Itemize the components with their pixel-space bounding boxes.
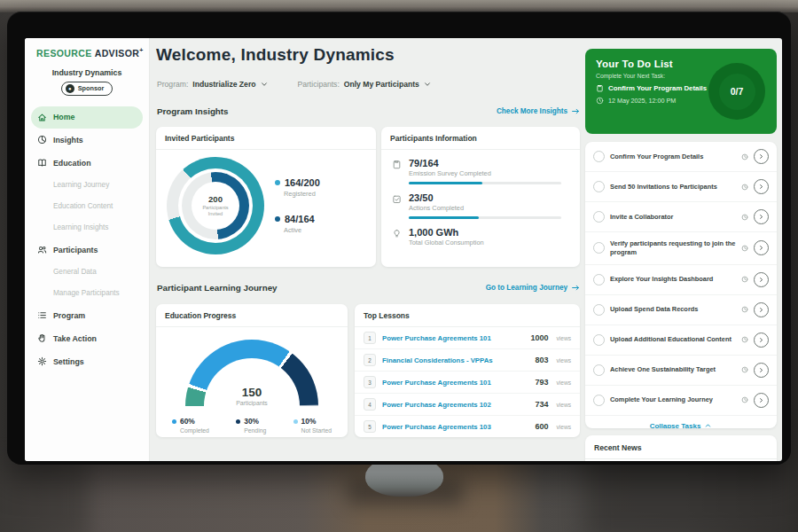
check-more-insights-link[interactable]: Check More Insights (497, 107, 580, 115)
lesson-title-link[interactable]: Power Purchase Agreements 102 (382, 401, 528, 409)
task-row: Achieve One Sustainability Target (585, 356, 777, 386)
sidebar-item-participants[interactable]: Participants (25, 239, 149, 262)
program-dropdown[interactable]: Program: Industrialize Zero (157, 80, 268, 89)
sidebar-item-general-data[interactable]: General Data (25, 262, 149, 283)
lesson-title-link[interactable]: Power Purchase Agreements 103 (382, 423, 528, 431)
todo-due-label: 12 May 2025, 12:00 PM (608, 97, 676, 105)
gauge-center-value: 150 (185, 386, 318, 399)
task-checkbox[interactable] (593, 242, 605, 254)
section-title: Participant Learning Journey (157, 283, 278, 293)
legend-dot (275, 216, 280, 222)
chevron-up-icon (704, 422, 712, 428)
task-open-button[interactable] (754, 272, 769, 287)
people-icon (37, 245, 47, 254)
task-open-button[interactable] (754, 240, 769, 255)
task-checkbox[interactable] (593, 334, 605, 346)
page-title: Welcome, Industry Dynamics (156, 45, 395, 65)
go-to-learning-journey-link[interactable]: Go to Learning Journey (486, 284, 580, 292)
task-open-button[interactable] (754, 209, 769, 224)
progress-track (409, 182, 561, 184)
sidebar-item-take-action[interactable]: Take Action (25, 327, 149, 350)
main-content: Welcome, Industry Dynamics Program: Indu… (149, 38, 585, 461)
task-open-button[interactable] (754, 149, 769, 164)
clock-icon (596, 97, 604, 105)
lesson-title-link[interactable]: Power Purchase Agreements 101 (382, 334, 524, 342)
sidebar-item-learning-journey[interactable]: Learning Journey (25, 175, 149, 196)
clock-icon (741, 336, 748, 343)
lesson-row: 5 Power Purchase Agreements 103 600 view… (355, 416, 580, 437)
legend-item-not-started: 10% Not Started (293, 417, 332, 434)
brand-logo: RESOURCE ADVISOR+ (25, 38, 149, 59)
task-label: Complete Your Learning Journey (610, 395, 736, 404)
task-checkbox[interactable] (593, 304, 605, 316)
sidebar-item-insights[interactable]: Insights (25, 129, 149, 152)
task-checkbox[interactable] (593, 211, 605, 223)
task-checkbox[interactable] (593, 364, 605, 376)
chevron-right-icon (758, 367, 764, 373)
task-open-button[interactable] (754, 332, 769, 348)
task-row: Send 50 Invitations to Participants (585, 172, 777, 202)
lesson-title-link[interactable]: Financial Considerations - VPPAs (382, 356, 528, 364)
legend-label: Registered (284, 190, 320, 198)
legend-item-pending: 30% Pending (236, 417, 266, 434)
clock-icon (741, 214, 748, 221)
top-lessons-card: Top Lessons 1 Power Purchase Agreements … (355, 304, 580, 437)
chevron-right-icon (758, 307, 764, 313)
collapse-tasks-link[interactable]: Collapse Tasks (585, 416, 777, 428)
lesson-rank: 1 (364, 332, 376, 344)
sidebar-item-manage-participants[interactable]: Manage Participants (25, 283, 149, 304)
stat-label: Emission Survey Completed (409, 169, 561, 177)
task-open-button[interactable] (754, 363, 769, 378)
task-checkbox[interactable] (593, 181, 605, 192)
task-row: Upload Spend Data Records (585, 295, 777, 325)
program-label: Program: (157, 80, 188, 89)
task-open-button[interactable] (754, 179, 769, 194)
progress-fill (409, 216, 479, 219)
lesson-title-link[interactable]: Power Purchase Agreements 101 (382, 379, 528, 387)
section-title: Program Insights (157, 106, 229, 116)
sidebar-nav: Home Insights Education Learning Journey… (25, 106, 149, 373)
brand-first: RESOURCE (36, 48, 92, 59)
sidebar-item-settings[interactable]: Settings (25, 350, 149, 373)
task-row: Explore Your Insights Dashboard (585, 265, 777, 295)
sidebar-item-education[interactable]: Education (25, 152, 149, 175)
sponsor-badge-icon: ● (66, 84, 74, 93)
pie-chart-icon (37, 135, 47, 145)
participants-information-card: Participants Information 79/164 Emission… (381, 127, 580, 267)
sidebar-item-label: Insights (53, 136, 83, 145)
donut-center-value: 200 (208, 194, 223, 204)
program-value: Industrialize Zero (192, 80, 255, 89)
chevron-right-icon (758, 337, 764, 343)
task-open-button[interactable] (754, 302, 769, 317)
chevron-right-icon (758, 184, 764, 190)
collapse-label: Collapse Tasks (650, 422, 701, 428)
stat-actions-completed: 23/50 Actions Completed (392, 192, 569, 219)
card-title: Top Lessons (355, 304, 580, 327)
task-checkbox[interactable] (593, 395, 605, 406)
gear-icon (37, 356, 47, 366)
sidebar-item-program[interactable]: Program (25, 304, 149, 327)
lesson-views-suffix: views (557, 335, 572, 341)
sidebar-item-home[interactable]: Home (31, 106, 143, 129)
lesson-views-suffix: views (557, 424, 572, 430)
task-label: Upload Additional Educational Content (610, 335, 736, 344)
clipboard-icon (596, 84, 604, 92)
education-legend: 60% Completed 30% Pending 10% Not Starte… (156, 406, 348, 434)
stat-label: Actions Completed (409, 204, 561, 212)
stat-value: 79/164 (409, 158, 561, 168)
task-checkbox[interactable] (593, 151, 605, 162)
legend-label: Completed (180, 427, 209, 434)
sidebar-item-education-content[interactable]: Education Content (25, 196, 149, 217)
legend-value: 164/200 (285, 177, 320, 188)
sidebar-item-learning-insights[interactable]: Learning Insights (25, 217, 149, 239)
task-open-button[interactable] (754, 393, 769, 408)
task-row: Invite a Collaborator (585, 202, 777, 232)
clock-icon (741, 276, 748, 283)
progress-fill (409, 182, 482, 184)
clock-icon (741, 184, 748, 191)
task-checkbox[interactable] (593, 274, 605, 286)
legend-label: Not Started (301, 427, 332, 434)
participants-dropdown[interactable]: Participants: Only My Participants (298, 80, 431, 89)
legend-label: Active (284, 226, 320, 234)
task-row: Upload Additional Educational Content (585, 325, 777, 356)
